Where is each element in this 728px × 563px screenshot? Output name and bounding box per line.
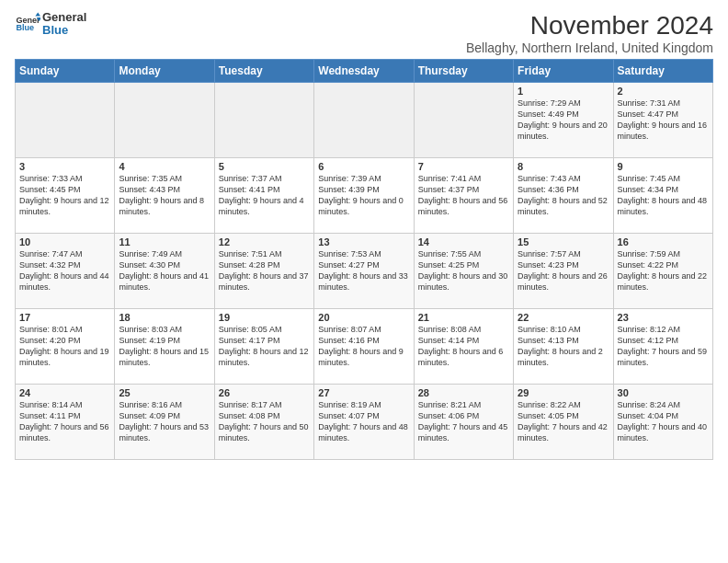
day-info: Sunrise: 7:47 AM Sunset: 4:32 PM Dayligh… — [19, 248, 110, 293]
column-header-wednesday: Wednesday — [314, 60, 414, 83]
calendar-cell: 9Sunrise: 7:45 AM Sunset: 4:34 PM Daylig… — [613, 158, 712, 234]
calendar-row: 10Sunrise: 7:47 AM Sunset: 4:32 PM Dayli… — [16, 234, 713, 309]
day-info: Sunrise: 7:37 AM Sunset: 4:41 PM Dayligh… — [219, 173, 310, 218]
day-info: Sunrise: 8:05 AM Sunset: 4:17 PM Dayligh… — [219, 324, 310, 369]
day-number: 11 — [119, 236, 210, 247]
day-number: 10 — [19, 236, 110, 247]
day-number: 17 — [19, 312, 110, 323]
calendar-cell: 23Sunrise: 8:12 AM Sunset: 4:12 PM Dayli… — [613, 309, 712, 385]
day-info: Sunrise: 8:03 AM Sunset: 4:19 PM Dayligh… — [119, 324, 210, 369]
calendar-cell: 5Sunrise: 7:37 AM Sunset: 4:41 PM Daylig… — [214, 158, 313, 234]
day-number: 3 — [19, 161, 110, 172]
day-info: Sunrise: 8:22 AM Sunset: 4:05 PM Dayligh… — [518, 399, 609, 444]
day-info: Sunrise: 8:19 AM Sunset: 4:07 PM Dayligh… — [318, 399, 409, 444]
day-info: Sunrise: 7:31 AM Sunset: 4:47 PM Dayligh… — [618, 98, 709, 143]
location-subtitle: Bellaghy, Northern Ireland, United Kingd… — [466, 40, 713, 55]
day-number: 19 — [219, 312, 310, 323]
day-number: 30 — [618, 387, 709, 398]
day-info: Sunrise: 8:17 AM Sunset: 4:08 PM Dayligh… — [219, 399, 310, 444]
svg-marker-2 — [35, 13, 40, 17]
calendar-cell — [414, 83, 513, 158]
calendar-table: SundayMondayTuesdayWednesdayThursdayFrid… — [15, 59, 713, 460]
calendar-cell: 16Sunrise: 7:59 AM Sunset: 4:22 PM Dayli… — [613, 234, 712, 309]
day-number: 23 — [618, 312, 709, 323]
day-number: 12 — [219, 236, 310, 247]
calendar-cell — [214, 83, 313, 158]
title-area: November 2024 Bellaghy, Northern Ireland… — [466, 11, 713, 55]
calendar-cell: 28Sunrise: 8:21 AM Sunset: 4:06 PM Dayli… — [414, 385, 513, 460]
day-number: 15 — [518, 236, 609, 247]
header: General Blue General Blue November 2024 … — [15, 11, 713, 55]
day-info: Sunrise: 7:43 AM Sunset: 4:36 PM Dayligh… — [518, 173, 609, 218]
calendar-cell: 2Sunrise: 7:31 AM Sunset: 4:47 PM Daylig… — [613, 83, 712, 158]
day-info: Sunrise: 7:41 AM Sunset: 4:37 PM Dayligh… — [418, 173, 509, 218]
day-number: 7 — [418, 161, 509, 172]
day-number: 9 — [618, 161, 709, 172]
day-info: Sunrise: 8:24 AM Sunset: 4:04 PM Dayligh… — [618, 399, 709, 444]
calendar-cell: 30Sunrise: 8:24 AM Sunset: 4:04 PM Dayli… — [613, 385, 712, 460]
calendar-cell — [314, 83, 414, 158]
day-info: Sunrise: 8:08 AM Sunset: 4:14 PM Dayligh… — [418, 324, 509, 369]
calendar-cell — [115, 83, 214, 158]
day-number: 27 — [318, 387, 409, 398]
logo-line2: Blue — [42, 24, 86, 37]
day-info: Sunrise: 7:53 AM Sunset: 4:27 PM Dayligh… — [318, 248, 409, 293]
month-title: November 2024 — [466, 11, 713, 40]
day-number: 1 — [518, 86, 609, 97]
column-header-tuesday: Tuesday — [214, 60, 313, 83]
day-info: Sunrise: 7:35 AM Sunset: 4:43 PM Dayligh… — [119, 173, 210, 218]
day-info: Sunrise: 7:51 AM Sunset: 4:28 PM Dayligh… — [219, 248, 310, 293]
day-number: 5 — [219, 161, 310, 172]
day-info: Sunrise: 8:14 AM Sunset: 4:11 PM Dayligh… — [19, 399, 110, 444]
calendar-cell: 13Sunrise: 7:53 AM Sunset: 4:27 PM Dayli… — [314, 234, 414, 309]
svg-text:Blue: Blue — [16, 23, 34, 32]
day-info: Sunrise: 7:33 AM Sunset: 4:45 PM Dayligh… — [19, 173, 110, 218]
day-number: 24 — [19, 387, 110, 398]
column-header-monday: Monday — [115, 60, 214, 83]
calendar-cell: 29Sunrise: 8:22 AM Sunset: 4:05 PM Dayli… — [514, 385, 613, 460]
day-number: 16 — [618, 236, 709, 247]
calendar-cell: 27Sunrise: 8:19 AM Sunset: 4:07 PM Dayli… — [314, 385, 414, 460]
calendar-cell: 7Sunrise: 7:41 AM Sunset: 4:37 PM Daylig… — [414, 158, 513, 234]
day-number: 22 — [518, 312, 609, 323]
day-number: 18 — [119, 312, 210, 323]
day-number: 21 — [418, 312, 509, 323]
calendar-cell: 6Sunrise: 7:39 AM Sunset: 4:39 PM Daylig… — [314, 158, 414, 234]
day-number: 26 — [219, 387, 310, 398]
calendar-row: 17Sunrise: 8:01 AM Sunset: 4:20 PM Dayli… — [16, 309, 713, 385]
column-header-sunday: Sunday — [16, 60, 115, 83]
day-info: Sunrise: 8:16 AM Sunset: 4:09 PM Dayligh… — [119, 399, 210, 444]
day-number: 20 — [318, 312, 409, 323]
calendar-cell: 10Sunrise: 7:47 AM Sunset: 4:32 PM Dayli… — [16, 234, 115, 309]
day-number: 14 — [418, 236, 509, 247]
calendar-cell: 1Sunrise: 7:29 AM Sunset: 4:49 PM Daylig… — [514, 83, 613, 158]
column-header-saturday: Saturday — [613, 60, 712, 83]
calendar-cell: 3Sunrise: 7:33 AM Sunset: 4:45 PM Daylig… — [16, 158, 115, 234]
calendar-cell: 15Sunrise: 7:57 AM Sunset: 4:23 PM Dayli… — [514, 234, 613, 309]
day-info: Sunrise: 7:45 AM Sunset: 4:34 PM Dayligh… — [618, 173, 709, 218]
day-number: 8 — [518, 161, 609, 172]
calendar-cell: 20Sunrise: 8:07 AM Sunset: 4:16 PM Dayli… — [314, 309, 414, 385]
day-info: Sunrise: 7:49 AM Sunset: 4:30 PM Dayligh… — [119, 248, 210, 293]
calendar-cell: 14Sunrise: 7:55 AM Sunset: 4:25 PM Dayli… — [414, 234, 513, 309]
calendar-cell: 25Sunrise: 8:16 AM Sunset: 4:09 PM Dayli… — [115, 385, 214, 460]
column-header-friday: Friday — [514, 60, 613, 83]
calendar-cell: 4Sunrise: 7:35 AM Sunset: 4:43 PM Daylig… — [115, 158, 214, 234]
calendar-row: 3Sunrise: 7:33 AM Sunset: 4:45 PM Daylig… — [16, 158, 713, 234]
day-info: Sunrise: 7:29 AM Sunset: 4:49 PM Dayligh… — [518, 98, 609, 143]
header-row: SundayMondayTuesdayWednesdayThursdayFrid… — [16, 60, 713, 83]
calendar-cell: 26Sunrise: 8:17 AM Sunset: 4:08 PM Dayli… — [214, 385, 313, 460]
calendar-cell: 11Sunrise: 7:49 AM Sunset: 4:30 PM Dayli… — [115, 234, 214, 309]
day-info: Sunrise: 7:55 AM Sunset: 4:25 PM Dayligh… — [418, 248, 509, 293]
day-info: Sunrise: 8:01 AM Sunset: 4:20 PM Dayligh… — [19, 324, 110, 369]
day-info: Sunrise: 8:07 AM Sunset: 4:16 PM Dayligh… — [318, 324, 409, 369]
calendar-cell — [16, 83, 115, 158]
day-number: 13 — [318, 236, 409, 247]
day-info: Sunrise: 7:57 AM Sunset: 4:23 PM Dayligh… — [518, 248, 609, 293]
calendar-cell: 21Sunrise: 8:08 AM Sunset: 4:14 PM Dayli… — [414, 309, 513, 385]
calendar-cell: 19Sunrise: 8:05 AM Sunset: 4:17 PM Dayli… — [214, 309, 313, 385]
calendar-row: 24Sunrise: 8:14 AM Sunset: 4:11 PM Dayli… — [16, 385, 713, 460]
calendar-cell: 17Sunrise: 8:01 AM Sunset: 4:20 PM Dayli… — [16, 309, 115, 385]
logo-icon: General Blue — [15, 11, 40, 37]
calendar-cell: 18Sunrise: 8:03 AM Sunset: 4:19 PM Dayli… — [115, 309, 214, 385]
